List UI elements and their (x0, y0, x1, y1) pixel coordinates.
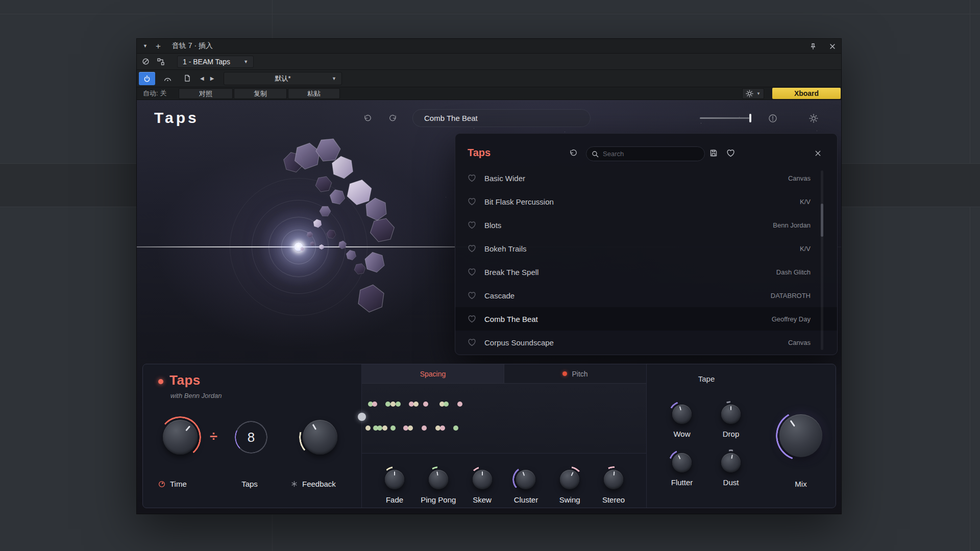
plugin-select-caret-icon: ▼ (243, 59, 248, 64)
preset-heart-icon[interactable] (468, 268, 476, 276)
preset-list-item[interactable]: Bit Flask Percussion K/V (455, 190, 837, 213)
pin-icon[interactable] (810, 43, 817, 50)
plugin-power-button[interactable] (139, 72, 155, 85)
tap-dot (440, 425, 445, 431)
output-gain-slider[interactable] (700, 117, 749, 119)
browser-scrollbar-thumb[interactable] (821, 204, 823, 237)
preset-list-item[interactable]: Comb The Beat Geoffrey Day (455, 307, 837, 331)
browser-close-icon[interactable] (814, 149, 822, 157)
browser-search[interactable] (586, 146, 705, 161)
preset-heart-icon[interactable] (468, 221, 476, 229)
plugin-window: ▼ + 音轨 7 · 插入 1 - BEAM Taps ▼ (137, 39, 841, 514)
skew-label: Skew (473, 495, 492, 504)
taps-section-title: Taps (169, 372, 201, 388)
preset-browser: Taps Basic Wider Canvas (455, 133, 838, 355)
time-label: Time (170, 480, 187, 488)
preset-heart-icon[interactable] (468, 174, 476, 182)
search-input[interactable] (603, 150, 699, 158)
preset-heart-icon[interactable] (468, 315, 476, 323)
time-knob[interactable] (163, 420, 198, 455)
drop-knob[interactable] (721, 405, 741, 424)
mix-knob[interactable] (779, 414, 822, 457)
tap-dot (385, 402, 390, 407)
flutter-label: Flutter (671, 478, 693, 487)
save-preset-icon[interactable] (709, 149, 718, 157)
preset-list-item[interactable]: Basic Wider Canvas (455, 166, 837, 190)
prev-preset-icon[interactable]: ◀ (197, 76, 207, 81)
fade-label: Fade (386, 495, 403, 504)
copy-button[interactable]: 复制 (234, 88, 287, 99)
tap-dot (422, 425, 427, 431)
settings-caret-icon: ▼ (756, 91, 761, 96)
tab-spacing[interactable]: Spacing (362, 364, 504, 383)
redo-icon[interactable] (389, 114, 398, 123)
preset-row: ◀ ▶ 默认* ▼ (137, 70, 841, 87)
automation-status[interactable]: 自动: 关 (143, 89, 166, 98)
swing-label: Swing (559, 495, 580, 504)
stereo-knob[interactable] (604, 470, 623, 489)
output-gain-handle[interactable] (749, 114, 751, 122)
close-window-icon[interactable] (829, 43, 836, 50)
taps-section-subtitle: with Benn Jordan (170, 392, 222, 399)
plugin-selector-row: 1 - BEAM Taps ▼ (137, 54, 841, 70)
swing-knob[interactable] (560, 470, 579, 489)
pingpong-label: Ping Pong (421, 495, 456, 504)
add-insert-icon[interactable]: + (156, 42, 161, 51)
tap-dot (390, 425, 396, 431)
browser-title: Taps (468, 147, 491, 159)
browser-scrollbar-track[interactable] (821, 170, 823, 350)
preset-file-icon[interactable] (184, 74, 191, 82)
routing-icon[interactable] (157, 58, 165, 66)
preset-heart-icon[interactable] (468, 197, 476, 206)
host-preset-dropdown[interactable]: 默认* ▼ (224, 72, 342, 85)
bypass-icon[interactable] (160, 72, 175, 85)
tab-pitch[interactable]: Pitch (504, 364, 646, 383)
dust-knob[interactable] (721, 453, 741, 472)
titlebar-caret-icon[interactable]: ▼ (143, 43, 148, 48)
preset-name: Corpus Soundscape (484, 338, 554, 347)
preset-name: Cascade (484, 291, 514, 300)
favorites-filter-icon[interactable] (726, 149, 735, 157)
preset-heart-icon[interactable] (468, 338, 476, 346)
paste-button[interactable]: 粘贴 (288, 88, 340, 99)
cluster-knob-group: Cluster (507, 470, 544, 508)
dust-label: Dust (723, 478, 739, 487)
preset-list-item[interactable]: Cascade DATABROTH (455, 284, 837, 307)
preset-name: Comb The Beat (484, 315, 538, 323)
crystal-cluster (280, 131, 423, 345)
alert-icon[interactable] (768, 114, 777, 123)
fade-knob[interactable] (385, 470, 404, 489)
pingpong-knob[interactable] (429, 470, 448, 489)
feedback-knob[interactable] (303, 420, 337, 455)
preset-list-item[interactable]: Bokeh Trails K/V (455, 237, 837, 260)
plugin-settings-gear-icon[interactable] (809, 114, 818, 123)
preset-author: Dash Glitch (776, 268, 811, 276)
spacing-visualization[interactable] (362, 384, 646, 454)
browser-undo-icon[interactable] (568, 148, 577, 158)
flutter-knob[interactable] (672, 453, 692, 472)
no-input-icon[interactable] (142, 58, 150, 65)
plugin-preset-name: Comb The Beat (424, 114, 478, 122)
taps-count-display[interactable]: 8 (235, 421, 267, 454)
stereo-label: Stereo (602, 495, 625, 504)
preset-heart-icon[interactable] (468, 291, 476, 299)
undo-icon[interactable] (362, 114, 372, 123)
tap-dot (423, 402, 428, 407)
preset-author: Benn Jordan (773, 221, 811, 229)
compare-button[interactable]: 对照 (179, 88, 233, 99)
wow-knob[interactable] (672, 405, 692, 424)
preset-list-item[interactable]: Corpus Soundscape Canvas (455, 331, 837, 354)
plugin-select-dropdown[interactable]: 1 - BEAM Taps ▼ (177, 56, 254, 68)
host-settings-dropdown[interactable]: ▼ (742, 88, 764, 99)
preset-list: Basic Wider Canvas Bit Flask Percussion … (455, 166, 837, 354)
xboard-button[interactable]: Xboard (772, 88, 841, 99)
feedback-label: Feedback (302, 480, 336, 488)
cluster-knob[interactable] (516, 470, 535, 489)
preset-list-item[interactable]: Blots Benn Jordan (455, 213, 837, 237)
preset-heart-icon[interactable] (468, 244, 476, 253)
taps-plugin-ui: Taps Comb The Beat Taps (137, 100, 841, 514)
preset-list-item[interactable]: Break The Spell Dash Glitch (455, 260, 837, 284)
skew-knob[interactable] (473, 470, 492, 489)
plugin-preset-field[interactable]: Comb The Beat (412, 109, 591, 127)
next-preset-icon[interactable]: ▶ (207, 76, 217, 81)
